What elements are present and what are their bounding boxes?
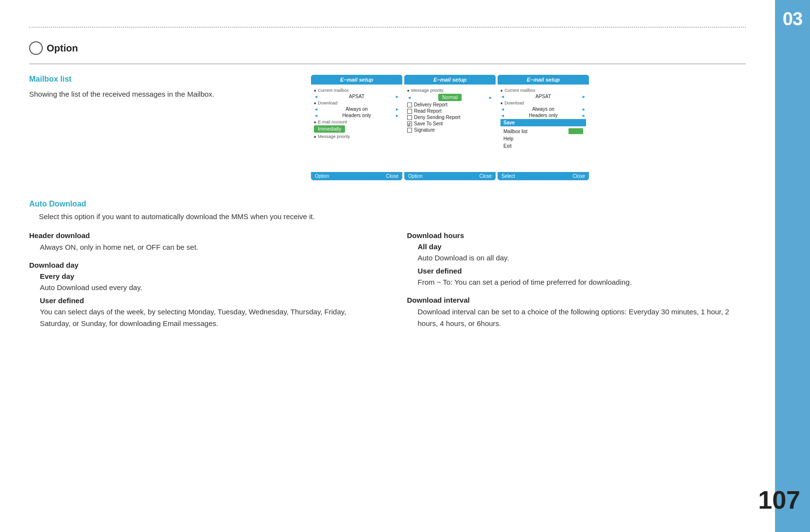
auto-download-section: Auto Download Select this option if you … [29,200,746,329]
s3-row1: ◄ APSAT ► [500,94,586,99]
sub-term-every-day: Every day [29,272,368,280]
s3-row2: ◄ Always on ► [500,106,586,112]
term-download-interval: Download interval [407,296,746,304]
s3-row3: ◄ Headers only ► [500,113,586,118]
s2-green-value: Normal [438,94,462,101]
s2-cb1-label: Delivery Report [414,102,448,107]
s3-popup-header: Save [500,119,586,126]
s3-arrow-right2: ► [582,107,586,112]
auto-download-title: Auto Download [29,200,746,208]
s1-label3: E-mail Account [314,120,399,124]
right-column: Download hours All day Auto Download is … [407,231,746,329]
s3-arrow-left2: ◄ [500,107,505,112]
sub-term-user-defined-day: User defined [29,296,368,305]
phone-screen-1: E−mail setup Current mailbox ◄ APSAT ► D… [311,75,402,180]
s3-value3: Headers only [529,113,558,118]
sub-term-user-defined-hours: User defined [407,267,746,275]
section-header: Option [29,41,746,55]
section-title: Option [47,43,78,54]
phone-screen-3: E−mail setup Current mailbox ◄ APSAT ► D… [498,75,589,180]
s1-value1: APSAT [349,94,364,99]
s1-arrow-left1: ◄ [314,94,318,99]
screen3-bottom: Select Close [498,172,589,180]
screen1-bottom: Option Close [311,172,402,180]
sub-def-all-day: Auto Download is on all day. [407,252,746,264]
s1-bottom-left: Option [315,173,329,179]
s2-cb4: ✓ Save To Sent [407,121,493,126]
left-column: Header download Always ON, only in home … [29,231,368,329]
s1-label4: Message priority [314,134,399,139]
def-download-interval: Download interval can be set to a choice… [407,306,746,329]
term-download-hours: Download hours [407,231,746,240]
sidebar: 03 Using the menu 107 [775,0,810,532]
s3-menu-green [569,128,583,134]
s3-arrow-left1: ◄ [500,94,505,99]
s1-arrow-right1: ► [395,94,399,99]
s2-cb2-label: Read Report [414,108,442,114]
chapter-number: 03 [783,10,802,28]
s2-cb2-box [407,109,412,114]
s3-value1: APSAT [535,94,551,99]
dotted-border [29,27,746,28]
screen2-title: E−mail setup [404,75,496,85]
s3-arrow-left3: ◄ [500,113,505,118]
s2-bottom-right: Close [479,173,492,179]
s1-bottom-right: Close [386,173,398,179]
s3-label2: Download [500,101,586,105]
mailbox-section: Mailbox list Showing the list of the rec… [29,75,746,180]
s2-cb5: Signature [407,127,493,133]
s2-cb3: Deny Sending Report [407,115,493,120]
s2-bottom-left: Option [408,173,422,179]
two-columns: Header download Always ON, only in home … [29,231,746,329]
s2-cb4-label: Save To Sent [414,121,443,126]
screen2-body: Message priority ◄ Normal ► Delivery Rep… [404,85,496,172]
auto-download-description: Select this option if you want to automa… [29,212,746,221]
option-icon [29,41,43,55]
mailbox-description: Showing the list of the received message… [29,88,296,100]
s3-label1: Current mailbox [500,88,586,93]
s3-menu-item3: Exit [500,142,586,150]
s2-cb3-label: Deny Sending Report [414,115,461,120]
s3-menu-item2: Help [500,135,586,142]
s1-value2: Always on [345,106,368,112]
term-header-download: Header download [29,231,368,240]
mailbox-title: Mailbox list [29,75,296,84]
sub-term-all-day: All day [407,242,746,251]
section-rule [29,64,746,64]
s2-cb5-box [407,128,412,133]
s2-cb2: Read Report [407,108,493,114]
def-header-download: Always ON, only in home net, or OFF can … [29,241,368,253]
page-number: 107 [758,487,800,513]
s1-value3: Headers only [343,113,371,118]
main-content: Option Mailbox list Showing the list of … [0,0,775,532]
sub-def-user-defined-day: You can select days of the week, by sele… [29,306,368,329]
s1-label1: Current mailbox [314,88,399,93]
s3-arrow-right3: ► [582,113,586,118]
s2-cb5-label: Signature [414,127,435,133]
sub-def-every-day: Auto Download used every day. [29,282,368,293]
s3-menu-label3: Exit [503,143,512,149]
s2-row1: ◄ Normal ► [407,94,493,101]
s3-menu-label1: Mailbox list [503,129,527,134]
s3-value2: Always on [532,106,554,112]
term-download-day: Download day [29,261,368,269]
mailbox-text: Mailbox list Showing the list of the rec… [29,75,311,100]
s3-arrow-right1: ► [582,94,586,99]
s1-row1: ◄ APSAT ► [314,94,399,99]
sub-def-user-defined-hours: From ~ To: You can set a period of time … [407,276,746,288]
screen1-body: Current mailbox ◄ APSAT ► Download ◄ Alw… [311,85,402,172]
s3-menu-item1: Mailbox list [500,127,586,135]
s1-arrow-right3: ► [395,113,399,118]
s2-arrow-right: ► [488,95,493,100]
screen3-body: Current mailbox ◄ APSAT ► Download ◄ Alw… [498,85,589,172]
s1-row3: ◄ Headers only ► [314,113,399,118]
s2-arrow-left: ◄ [407,95,412,100]
s3-bottom-right: Close [572,173,585,179]
screen3-title: E−mail setup [498,75,589,85]
s2-cb3-box [407,115,412,120]
s3-menu-label2: Help [503,136,514,141]
s2-cb4-box: ✓ [407,121,412,126]
screen2-bottom: Option Close [404,172,496,180]
s2-label1: Message priority [407,88,493,93]
s2-cb1-box [407,103,412,107]
